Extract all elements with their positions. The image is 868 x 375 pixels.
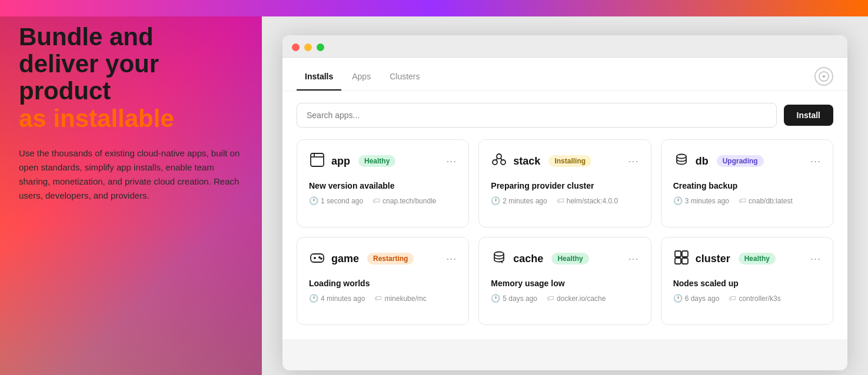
status-badge: Healthy xyxy=(358,155,395,167)
app-window: Installs Apps Clusters Install xyxy=(282,35,847,370)
svg-rect-19 xyxy=(675,258,681,264)
traffic-light-red[interactable] xyxy=(292,43,300,51)
window-body: Installs Apps Clusters Install xyxy=(282,58,847,339)
hero-title-highlight: as installable xyxy=(19,105,174,132)
card-title: Memory usage low xyxy=(491,279,638,288)
svg-rect-20 xyxy=(682,258,688,264)
card-name: cluster xyxy=(696,253,730,265)
card-time: 🕐 6 days ago xyxy=(673,294,720,303)
tag-icon: 🏷 xyxy=(729,294,736,303)
card-name: game xyxy=(331,253,359,265)
card-icon-game xyxy=(309,249,325,268)
clock-icon: 🕐 xyxy=(309,196,318,205)
svg-line-9 xyxy=(501,158,502,160)
traffic-light-yellow[interactable] xyxy=(304,43,312,51)
app-card-db[interactable]: db Upgrading ··· Creating backup 🕐 3 min… xyxy=(661,139,833,227)
card-tag: 🏷 helm/stack:4.0.0 xyxy=(557,196,618,205)
card-meta: 🕐 2 minutes ago 🏷 helm/stack:4.0.0 xyxy=(491,196,638,205)
traffic-light-green[interactable] xyxy=(317,43,324,51)
card-menu-button[interactable]: ··· xyxy=(810,155,821,168)
card-menu-button[interactable]: ··· xyxy=(446,253,457,265)
card-menu-button[interactable]: ··· xyxy=(628,155,639,168)
status-badge: Healthy xyxy=(739,253,776,264)
tag-icon: 🏷 xyxy=(373,196,380,205)
top-gradient-stripe xyxy=(0,0,868,16)
app-card-cluster[interactable]: cluster Healthy ··· Nodes scaled up 🕐 6 … xyxy=(661,237,833,325)
tab-apps[interactable]: Apps xyxy=(344,67,379,91)
card-header: cache Healthy ··· xyxy=(491,249,638,268)
card-tag: 🏷 cnab/db:latest xyxy=(739,196,793,205)
clock-icon: 🕐 xyxy=(491,196,500,205)
tag-icon: 🏷 xyxy=(557,196,564,205)
status-badge: Upgrading xyxy=(717,155,764,167)
card-meta: 🕐 3 minutes ago 🏷 cnab/db:latest xyxy=(673,196,821,205)
card-icon-db xyxy=(673,152,690,170)
clock-icon: 🕐 xyxy=(673,196,683,205)
status-badge: Restarting xyxy=(367,253,414,264)
svg-point-5 xyxy=(497,154,501,159)
card-title: Preparing provider cluster xyxy=(491,181,638,190)
svg-rect-17 xyxy=(675,251,681,257)
card-name: stack xyxy=(513,155,540,168)
card-title: Loading worlds xyxy=(309,279,457,288)
status-badge: Healthy xyxy=(551,253,588,264)
card-name: db xyxy=(696,155,709,168)
tag-icon: 🏷 xyxy=(739,196,746,205)
card-menu-button[interactable]: ··· xyxy=(446,155,457,168)
install-button[interactable]: Install xyxy=(784,105,833,126)
card-meta: 🕐 6 days ago 🏷 controller/k3s xyxy=(673,294,821,303)
svg-point-10 xyxy=(677,155,686,159)
window-titlebar xyxy=(282,35,847,58)
card-icon-stack xyxy=(491,152,507,170)
card-name: app xyxy=(331,155,350,168)
hero-section: Bundle anddeliver yourproductas installa… xyxy=(0,0,262,375)
svg-point-16 xyxy=(494,252,504,256)
card-header: db Upgrading ··· xyxy=(673,152,821,170)
card-icon-app xyxy=(309,152,325,170)
card-meta: 🕐 5 days ago 🏷 docker.io/cache xyxy=(491,294,638,303)
card-icon-cluster xyxy=(673,249,690,268)
clock-icon: 🕐 xyxy=(673,294,683,303)
card-title: New version available xyxy=(309,181,457,190)
card-tag: 🏷 cnap.tech/bundle xyxy=(373,196,436,205)
app-card-cache[interactable]: cache Healthy ··· Memory usage low 🕐 5 d… xyxy=(478,237,651,325)
card-name: cache xyxy=(513,253,543,265)
search-input[interactable] xyxy=(297,103,777,128)
card-meta: 🕐 4 minutes ago 🏷 minekube/mc xyxy=(309,294,457,303)
window-wrapper: Installs Apps Clusters Install xyxy=(262,0,868,375)
clock-icon: 🕐 xyxy=(491,294,500,303)
card-tag: 🏷 minekube/mc xyxy=(374,294,426,303)
svg-point-14 xyxy=(319,257,320,258)
hero-title: Bundle anddeliver yourproductas installa… xyxy=(19,24,243,132)
card-icon-cache xyxy=(491,249,507,268)
svg-rect-1 xyxy=(311,153,324,166)
tag-icon: 🏷 xyxy=(547,294,554,303)
app-card-stack[interactable]: stack Installing ··· Preparing provider … xyxy=(478,139,651,227)
nav-logo xyxy=(814,67,833,86)
card-header: app Healthy ··· xyxy=(309,152,457,170)
app-card-app[interactable]: app Healthy ··· New version available 🕐 … xyxy=(297,139,469,227)
card-meta: 🕐 1 second ago 🏷 cnap.tech/bundle xyxy=(309,196,457,205)
clock-icon: 🕐 xyxy=(309,294,318,303)
card-header: stack Installing ··· xyxy=(491,152,638,170)
card-menu-button[interactable]: ··· xyxy=(628,253,639,265)
tab-clusters[interactable]: Clusters xyxy=(381,67,428,91)
nav-bar: Installs Apps Clusters xyxy=(282,58,847,91)
card-title: Nodes scaled up xyxy=(673,279,821,288)
card-title: Creating backup xyxy=(673,181,821,190)
search-bar: Install xyxy=(282,91,847,139)
tab-installs[interactable]: Installs xyxy=(297,67,341,91)
card-time: 🕐 3 minutes ago xyxy=(673,196,729,205)
app-card-game[interactable]: game Restarting ··· Loading worlds 🕐 4 m… xyxy=(297,237,469,325)
card-tag: 🏷 controller/k3s xyxy=(729,294,780,303)
svg-point-15 xyxy=(321,258,322,259)
card-time: 🕐 4 minutes ago xyxy=(309,294,365,303)
card-time: 🕐 1 second ago xyxy=(309,196,363,205)
card-menu-button[interactable]: ··· xyxy=(810,253,821,265)
card-header: cluster Healthy ··· xyxy=(673,249,821,268)
svg-line-8 xyxy=(496,158,497,160)
hero-subtitle: Use the thousands of existing cloud-nati… xyxy=(19,146,243,203)
hero-content: Bundle anddeliver yourproductas installa… xyxy=(0,0,262,222)
card-time: 🕐 5 days ago xyxy=(491,294,537,303)
card-header: game Restarting ··· xyxy=(309,249,457,268)
